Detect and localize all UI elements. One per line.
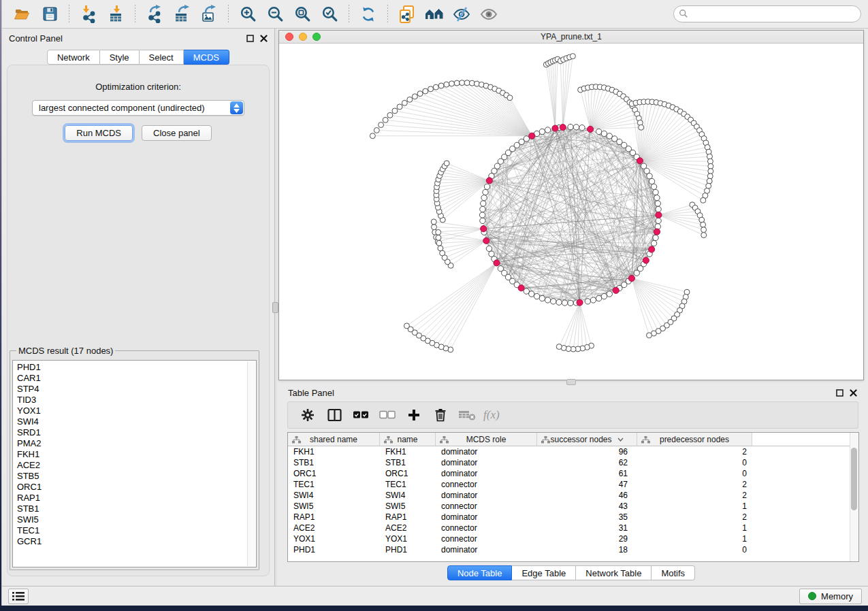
network-edge[interactable] <box>419 263 496 335</box>
network-node[interactable] <box>707 174 713 179</box>
column-header-name[interactable]: name <box>380 433 436 446</box>
network-edge[interactable] <box>590 94 620 129</box>
mcds-result-item[interactable]: SWI5 <box>17 514 246 525</box>
network-node[interactable] <box>701 197 706 203</box>
network-node[interactable] <box>656 206 661 212</box>
table-row[interactable]: YOX1YOX1connector291 <box>288 533 858 544</box>
network-edge[interactable] <box>563 56 573 128</box>
import-network-button[interactable] <box>77 3 100 26</box>
open-file-button[interactable] <box>11 3 34 26</box>
column-header-shared-name[interactable]: shared name <box>288 433 380 446</box>
splitter-grip[interactable] <box>272 302 278 313</box>
network-edge[interactable] <box>560 61 562 127</box>
table-cell[interactable]: dominator <box>436 544 537 555</box>
network-node[interactable] <box>444 161 449 166</box>
network-edge[interactable] <box>406 263 496 325</box>
network-node[interactable] <box>397 104 402 110</box>
export-image-button[interactable] <box>197 3 221 26</box>
mcds-result-item[interactable]: TID3 <box>17 395 246 406</box>
network-node[interactable] <box>539 295 545 301</box>
delete-columns-button[interactable] <box>430 405 451 425</box>
horizontal-splitter[interactable] <box>278 380 864 384</box>
network-edge[interactable] <box>658 215 703 235</box>
vertical-splitter[interactable] <box>274 29 277 586</box>
network-hub-node[interactable] <box>577 299 583 306</box>
list-scrollbar-track[interactable] <box>247 361 255 566</box>
network-node[interactable] <box>596 295 601 301</box>
network-edge[interactable] <box>564 303 579 348</box>
mcds-result-item[interactable]: PHD1 <box>17 362 246 373</box>
network-node[interactable] <box>701 233 707 238</box>
network-node[interactable] <box>655 201 660 206</box>
table-cell[interactable]: 2 <box>637 490 752 501</box>
network-node[interactable] <box>585 299 590 304</box>
select-all-button[interactable] <box>351 405 371 425</box>
network-node[interactable] <box>649 178 654 184</box>
network-node[interactable] <box>374 127 379 133</box>
network-hub-node[interactable] <box>656 212 662 218</box>
network-node[interactable] <box>551 299 556 304</box>
table-cell[interactable]: dominator <box>436 468 537 479</box>
network-node[interactable] <box>379 122 384 128</box>
table-cell[interactable]: 2 <box>637 479 752 490</box>
close-panel-icon[interactable] <box>850 389 857 397</box>
network-node[interactable] <box>701 222 706 227</box>
network-node[interactable] <box>436 240 442 246</box>
mcds-result-item[interactable]: RAP1 <box>17 493 246 503</box>
network-node[interactable] <box>438 246 443 251</box>
network-node[interactable] <box>449 81 455 86</box>
optimization-criterion-select[interactable]: largest connected component (undirected) <box>32 100 244 116</box>
table-cell[interactable]: 47 <box>537 479 637 490</box>
mcds-result-item[interactable]: SRD1 <box>17 427 246 438</box>
network-hub-node[interactable] <box>552 125 558 131</box>
table-cell[interactable]: SWI4 <box>380 490 436 501</box>
table-cell[interactable]: RAP1 <box>288 512 380 523</box>
network-node[interactable] <box>524 136 529 142</box>
save-session-button[interactable] <box>38 3 61 26</box>
network-node[interactable] <box>707 178 712 184</box>
network-node[interactable] <box>646 333 652 338</box>
network-node[interactable] <box>402 100 407 105</box>
network-edge[interactable] <box>556 59 558 129</box>
network-edge[interactable] <box>546 65 555 129</box>
table-cell[interactable]: SWI4 <box>288 490 380 501</box>
add-column-button[interactable] <box>404 405 424 425</box>
table-cell[interactable]: 29 <box>537 533 637 544</box>
network-node[interactable] <box>454 80 460 86</box>
network-hub-node[interactable] <box>481 226 487 232</box>
network-hub-node[interactable] <box>643 257 649 263</box>
network-node[interactable] <box>438 83 444 88</box>
network-node[interactable] <box>480 218 485 223</box>
table-cell[interactable]: 1 <box>637 533 752 544</box>
network-node[interactable] <box>653 235 658 240</box>
table-cell[interactable]: YOX1 <box>288 533 380 544</box>
network-node[interactable] <box>383 117 388 122</box>
float-panel-icon[interactable] <box>836 389 843 397</box>
network-node[interactable] <box>568 124 573 129</box>
table-cell[interactable]: TEC1 <box>380 479 436 490</box>
table-cell[interactable]: ACE2 <box>288 523 380 533</box>
first-neighbors-button[interactable] <box>423 3 446 26</box>
network-edge[interactable] <box>483 210 657 232</box>
table-cell[interactable]: TEC1 <box>288 479 380 490</box>
network-node[interactable] <box>708 169 713 174</box>
tab-edge-table[interactable]: Edge Table <box>512 565 576 580</box>
tab-mcds[interactable]: MCDS <box>184 50 229 65</box>
table-cell[interactable]: 1 <box>637 501 752 512</box>
table-cell[interactable]: dominator <box>436 490 537 501</box>
show-columns-button[interactable] <box>324 405 344 425</box>
table-cell[interactable]: 62 <box>537 457 637 468</box>
tab-style[interactable]: Style <box>100 50 140 65</box>
network-node[interactable] <box>404 323 409 329</box>
zoom-out-button[interactable] <box>263 3 287 26</box>
column-header-predecessor-nodes[interactable]: predecessor nodes <box>637 433 752 446</box>
network-node[interactable] <box>573 125 579 130</box>
tab-network-table[interactable]: Network Table <box>576 565 652 580</box>
network-edge[interactable] <box>640 120 691 161</box>
network-graph[interactable] <box>279 44 863 380</box>
table-cell[interactable]: SWI5 <box>288 501 380 512</box>
network-node[interactable] <box>428 86 434 92</box>
network-edge[interactable] <box>428 263 496 340</box>
table-cell[interactable]: ORC1 <box>288 468 380 479</box>
network-node[interactable] <box>444 82 449 87</box>
